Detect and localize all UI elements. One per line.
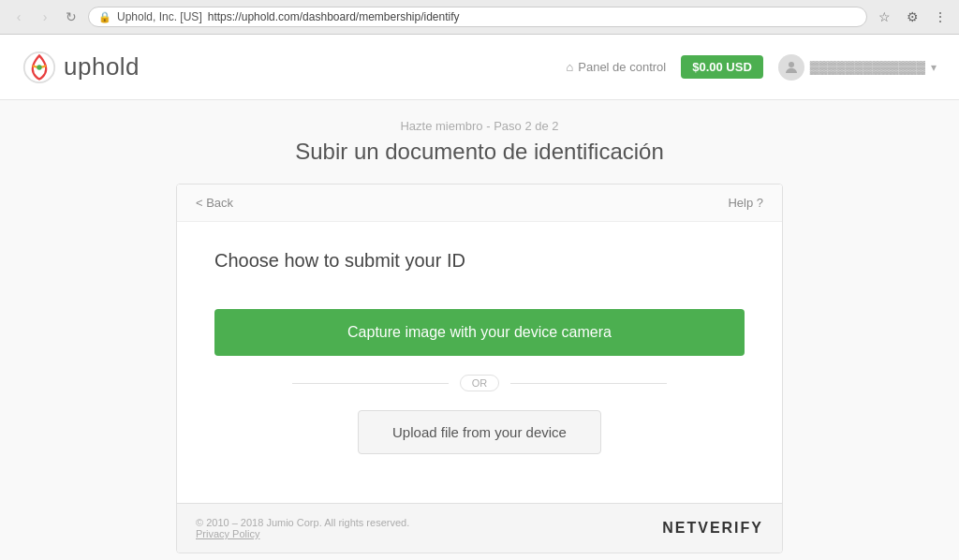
star-button[interactable]: ☆ bbox=[873, 6, 895, 28]
svg-point-1 bbox=[37, 65, 41, 69]
browser-actions: ☆ ⚙ ⋮ bbox=[873, 6, 952, 28]
panel-link-label: Panel de control bbox=[578, 60, 666, 74]
card-header: < Back Help ? bbox=[177, 184, 782, 222]
capture-camera-button[interactable]: Capture image with your device camera bbox=[214, 309, 745, 356]
browser-toolbar: ‹ › ↻ 🔒 Uphold, Inc. [US] https://uphold… bbox=[0, 0, 959, 34]
user-avatar-icon bbox=[778, 54, 804, 81]
main-content: Hazte miembro - Paso 2 de 2 Subir un doc… bbox=[161, 100, 798, 560]
svg-point-2 bbox=[789, 62, 794, 67]
reload-button[interactable]: ↻ bbox=[60, 6, 82, 28]
panel-link[interactable]: ⌂ Panel de control bbox=[566, 60, 666, 74]
home-icon: ⌂ bbox=[566, 60, 573, 74]
lock-icon: 🔒 bbox=[98, 11, 111, 23]
extensions-button[interactable]: ⚙ bbox=[901, 6, 923, 28]
footer-privacy: Privacy Policy bbox=[196, 528, 409, 539]
page-title: Subir un documento de identificación bbox=[176, 139, 783, 165]
menu-button[interactable]: ⋮ bbox=[929, 6, 952, 28]
nav-buttons: ‹ › ↻ bbox=[7, 6, 82, 28]
upload-file-button[interactable]: Upload file from your device bbox=[358, 410, 601, 454]
browser-chrome: ‹ › ↻ 🔒 Uphold, Inc. [US] https://uphold… bbox=[0, 0, 959, 35]
footer-info: © 2010 – 2018 Jumio Corp. All rights res… bbox=[196, 517, 409, 539]
forward-button[interactable]: › bbox=[34, 6, 56, 28]
step-indicator: Hazte miembro - Paso 2 de 2 bbox=[176, 119, 783, 133]
address-bar[interactable]: 🔒 Uphold, Inc. [US] https://uphold.com/d… bbox=[88, 7, 867, 27]
user-area[interactable]: ▓▓▓▓▓▓▓▓▓▓▓▓▓ ▾ bbox=[778, 54, 937, 81]
logo-text: uphold bbox=[64, 52, 140, 81]
back-link[interactable]: < Back bbox=[196, 196, 233, 210]
or-badge: OR bbox=[460, 375, 500, 391]
logo-area: uphold bbox=[22, 51, 140, 84]
privacy-policy-link[interactable]: Privacy Policy bbox=[196, 528, 259, 539]
choose-title: Choose how to submit your ID bbox=[214, 250, 745, 272]
back-button[interactable]: ‹ bbox=[7, 6, 30, 28]
balance-badge[interactable]: $0.00 USD bbox=[681, 55, 763, 79]
or-divider: OR bbox=[292, 375, 667, 391]
or-line-right bbox=[510, 383, 667, 384]
app-content: uphold ⌂ Panel de control $0.00 USD ▓▓▓▓… bbox=[0, 35, 959, 560]
copyright-text: © 2010 – 2018 Jumio Corp. All rights res… bbox=[196, 517, 409, 528]
or-line-left bbox=[292, 383, 449, 384]
user-chevron-icon: ▾ bbox=[931, 61, 937, 74]
id-submission-card: < Back Help ? Choose how to submit your … bbox=[176, 184, 783, 553]
user-name-text: ▓▓▓▓▓▓▓▓▓▓▓▓▓ bbox=[810, 60, 925, 74]
url-text: https://uphold.com/dashboard/membership/… bbox=[208, 10, 460, 23]
netverify-logo: NETVERIFY bbox=[662, 520, 763, 537]
nav-right: ⌂ Panel de control $0.00 USD ▓▓▓▓▓▓▓▓▓▓▓… bbox=[566, 54, 937, 81]
logo-icon bbox=[22, 51, 56, 84]
help-link[interactable]: Help ? bbox=[728, 196, 763, 210]
card-footer: © 2010 – 2018 Jumio Corp. All rights res… bbox=[177, 503, 782, 553]
secure-label: Uphold, Inc. [US] bbox=[117, 10, 202, 23]
top-nav: uphold ⌂ Panel de control $0.00 USD ▓▓▓▓… bbox=[0, 35, 959, 100]
card-body: Choose how to submit your ID Capture ima… bbox=[177, 222, 782, 503]
